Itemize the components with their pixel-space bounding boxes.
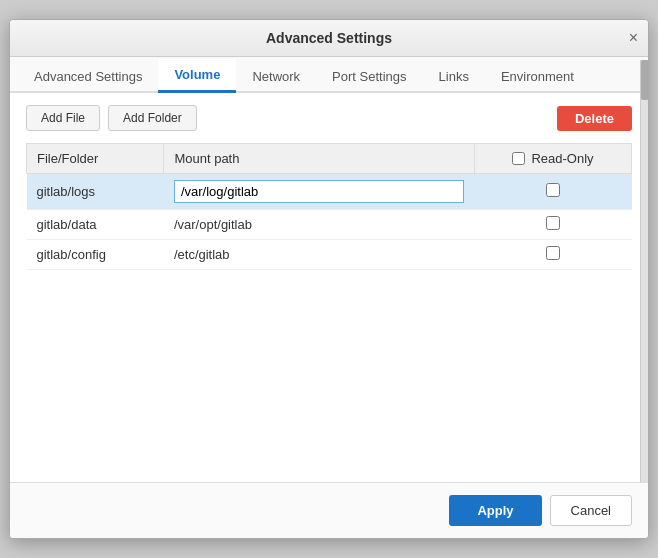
dialog-footer: Apply Cancel: [10, 482, 648, 538]
cell-readonly: [474, 240, 631, 270]
advanced-settings-dialog: Advanced Settings × Advanced Settings Vo…: [9, 19, 649, 539]
tabs-bar: Advanced Settings Volume Network Port Se…: [10, 57, 648, 93]
tab-volume[interactable]: Volume: [158, 59, 236, 93]
toolbar-left: Add File Add Folder: [26, 105, 197, 131]
table-row[interactable]: gitlab/logs: [27, 174, 632, 210]
cell-file-folder: gitlab/data: [27, 210, 164, 240]
cell-mount-path: /etc/gitlab: [164, 240, 475, 270]
cell-mount-path[interactable]: [164, 174, 475, 210]
readonly-checkbox-2[interactable]: [546, 246, 560, 260]
volume-table: File/Folder Mount path Read-Only gitlab/…: [26, 143, 632, 270]
tab-content: Add File Add Folder Delete File/Folder M…: [10, 93, 648, 482]
cell-file-folder: gitlab/logs: [27, 174, 164, 210]
table-row[interactable]: gitlab/config /etc/gitlab: [27, 240, 632, 270]
tab-port-settings[interactable]: Port Settings: [316, 59, 422, 93]
mount-path-input-0[interactable]: [174, 180, 465, 203]
add-folder-button[interactable]: Add Folder: [108, 105, 197, 131]
scrollbar-thumb: [641, 60, 649, 100]
col-mount-path: Mount path: [164, 144, 475, 174]
apply-button[interactable]: Apply: [449, 495, 541, 526]
delete-button[interactable]: Delete: [557, 106, 632, 131]
readonly-checkbox-1[interactable]: [546, 216, 560, 230]
cell-mount-path: /var/opt/gitlab: [164, 210, 475, 240]
dialog-title: Advanced Settings: [266, 30, 392, 46]
readonly-header-checkbox[interactable]: [512, 152, 525, 165]
tab-advanced-settings[interactable]: Advanced Settings: [18, 59, 158, 93]
cell-readonly: [474, 210, 631, 240]
col-file-folder: File/Folder: [27, 144, 164, 174]
tab-links[interactable]: Links: [423, 59, 485, 93]
add-file-button[interactable]: Add File: [26, 105, 100, 131]
tab-environment[interactable]: Environment: [485, 59, 590, 93]
close-button[interactable]: ×: [629, 29, 638, 47]
table-row[interactable]: gitlab/data /var/opt/gitlab: [27, 210, 632, 240]
tab-network[interactable]: Network: [236, 59, 316, 93]
cell-file-folder: gitlab/config: [27, 240, 164, 270]
cancel-button[interactable]: Cancel: [550, 495, 632, 526]
scrollbar[interactable]: [640, 60, 648, 482]
cell-readonly: [474, 174, 631, 210]
dialog-header: Advanced Settings ×: [10, 20, 648, 57]
volume-toolbar: Add File Add Folder Delete: [26, 105, 632, 131]
readonly-checkbox-0[interactable]: [546, 183, 560, 197]
col-read-only: Read-Only: [474, 144, 631, 174]
